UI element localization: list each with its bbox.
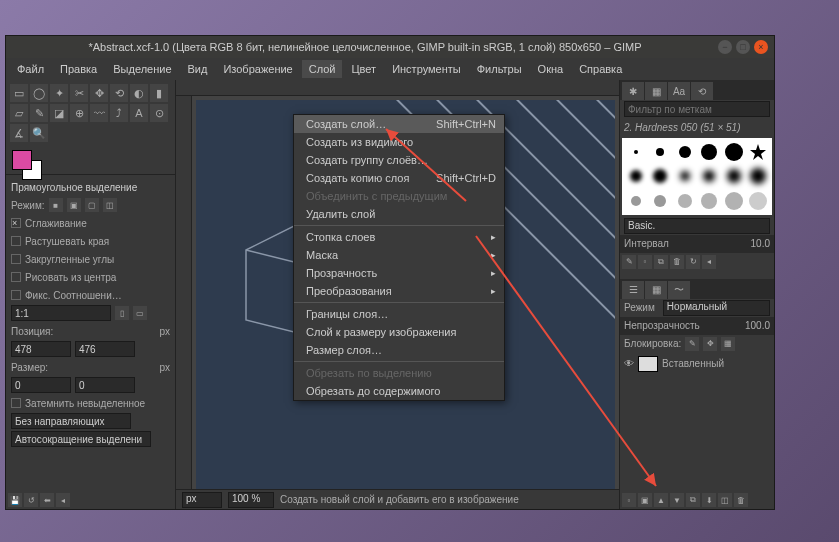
brush-item[interactable] [624, 189, 648, 213]
brush-edit-icon[interactable]: ✎ [622, 255, 636, 269]
tab-fonts-icon[interactable]: Aa [668, 82, 690, 100]
guides-select[interactable] [11, 413, 131, 429]
orient-portrait-icon[interactable]: ▯ [115, 306, 129, 320]
tool-fuzzy-select[interactable]: ✦ [50, 84, 68, 102]
menu-transform[interactable]: Преобразования [294, 282, 504, 300]
tab-brushes-icon[interactable]: ✱ [622, 82, 644, 100]
tool-warp[interactable]: ◐ [130, 84, 148, 102]
brush-item[interactable] [722, 140, 746, 164]
tool-transform[interactable]: ⟲ [110, 84, 128, 102]
layer-up-icon[interactable]: ▲ [654, 493, 668, 507]
tool-crop[interactable]: ✂ [70, 84, 88, 102]
zoom-select[interactable]: 100 % [228, 492, 274, 508]
menu-layer-to-image[interactable]: Слой к размеру изображения [294, 323, 504, 341]
lock-pixels-icon[interactable]: ✎ [685, 337, 699, 351]
close-button[interactable]: × [754, 40, 768, 54]
menu-duplicate-layer[interactable]: Создать копию слояShift+Ctrl+D [294, 169, 504, 187]
lock-position-icon[interactable]: ✥ [703, 337, 717, 351]
brush-item[interactable] [698, 189, 722, 213]
layer-down-icon[interactable]: ▼ [670, 493, 684, 507]
brush-item[interactable] [747, 140, 771, 164]
lock-alpha-icon[interactable]: ▦ [721, 337, 735, 351]
unit-select[interactable]: px [182, 492, 222, 508]
menu-new-layer-group[interactable]: Создать группу слоёв… [294, 151, 504, 169]
brush-item[interactable] [673, 189, 697, 213]
layer-delete-icon[interactable]: 🗑 [734, 493, 748, 507]
pos-x-input[interactable] [11, 341, 71, 357]
layer-dup-icon[interactable]: ⧉ [686, 493, 700, 507]
mode-sub-icon[interactable]: ▢ [85, 198, 99, 212]
layer-thumbnail[interactable] [638, 356, 658, 372]
brush-item[interactable] [722, 189, 746, 213]
layer-name[interactable]: Вставленный [662, 358, 724, 369]
color-palette[interactable] [12, 150, 169, 170]
menu-image[interactable]: Изображение [216, 60, 299, 78]
reset-options-icon[interactable]: ↺ [24, 493, 38, 507]
delete-options-icon[interactable]: ⬅ [40, 493, 54, 507]
brush-item[interactable] [747, 189, 771, 213]
menu-file[interactable]: Файл [10, 60, 51, 78]
menu-tools[interactable]: Инструменты [385, 60, 468, 78]
aspect-checkbox[interactable] [11, 290, 21, 300]
layer-mode-select[interactable]: Нормальный [663, 300, 770, 316]
menu-layer[interactable]: Слой [302, 60, 343, 78]
menu-scale-layer[interactable]: Размер слоя… [294, 341, 504, 359]
tab-paths-icon[interactable]: 〜 [668, 281, 690, 299]
darken-checkbox[interactable] [11, 398, 21, 408]
tool-clone[interactable]: ⊕ [70, 104, 88, 122]
tool-free-select[interactable]: ◯ [30, 84, 48, 102]
brush-menu-icon[interactable]: ◂ [702, 255, 716, 269]
layer-merge-icon[interactable]: ⬇ [702, 493, 716, 507]
size-y-input[interactable] [75, 377, 135, 393]
brush-item[interactable] [722, 165, 746, 189]
feather-checkbox[interactable] [11, 236, 21, 246]
tab-patterns-icon[interactable]: ▦ [645, 82, 667, 100]
menu-crop-content[interactable]: Обрезать до содержимого [294, 382, 504, 400]
brush-refresh-icon[interactable]: ↻ [686, 255, 700, 269]
visibility-icon[interactable]: 👁 [624, 358, 634, 369]
ratio-input[interactable] [11, 305, 111, 321]
tab-layers-icon[interactable]: ☰ [622, 281, 644, 299]
menu-help[interactable]: Справка [572, 60, 629, 78]
layer-group-icon[interactable]: ▣ [638, 493, 652, 507]
tool-smudge[interactable]: 〰 [90, 104, 108, 122]
antialias-checkbox[interactable] [11, 218, 21, 228]
brush-del-icon[interactable]: 🗑 [670, 255, 684, 269]
menu-edit[interactable]: Правка [53, 60, 104, 78]
rounded-checkbox[interactable] [11, 254, 21, 264]
foreground-color[interactable] [12, 150, 32, 170]
brush-item[interactable] [649, 189, 673, 213]
tool-measure[interactable]: ∡ [10, 124, 28, 142]
interval-value[interactable]: 10.0 [751, 238, 770, 249]
orient-landscape-icon[interactable]: ▭ [133, 306, 147, 320]
brush-item[interactable] [747, 165, 771, 189]
menu-transparency[interactable]: Прозрачность [294, 264, 504, 282]
brush-item[interactable] [649, 165, 673, 189]
menu-stack[interactable]: Стопка слоев [294, 228, 504, 246]
autoshrink-button[interactable]: Автосокращение выделени [11, 431, 151, 447]
brush-new-icon[interactable]: ▫ [638, 255, 652, 269]
brush-item[interactable] [698, 165, 722, 189]
menu-layer-boundary[interactable]: Границы слоя… [294, 305, 504, 323]
menu-mask[interactable]: Маска [294, 246, 504, 264]
opacity-value[interactable]: 100.0 [745, 320, 770, 331]
brush-dup-icon[interactable]: ⧉ [654, 255, 668, 269]
tool-gradient[interactable]: ▱ [10, 104, 28, 122]
brush-item[interactable] [624, 140, 648, 164]
minimize-button[interactable]: − [718, 40, 732, 54]
ruler-horizontal[interactable] [176, 80, 619, 96]
brush-item[interactable] [673, 165, 697, 189]
layer-new-icon[interactable]: ▫ [622, 493, 636, 507]
layer-mask-icon[interactable]: ◫ [718, 493, 732, 507]
maximize-button[interactable]: □ [736, 40, 750, 54]
brush-preset-select[interactable] [624, 218, 770, 234]
mode-intersect-icon[interactable]: ◫ [103, 198, 117, 212]
layer-row[interactable]: 👁 Вставленный [620, 353, 774, 375]
tool-eraser[interactable]: ◪ [50, 104, 68, 122]
filter-tags-input[interactable] [624, 101, 770, 117]
tab-history-icon[interactable]: ⟲ [691, 82, 713, 100]
mode-replace-icon[interactable]: ■ [49, 198, 63, 212]
brush-item[interactable] [649, 140, 673, 164]
tool-path[interactable]: ⤴ [110, 104, 128, 122]
center-checkbox[interactable] [11, 272, 21, 282]
